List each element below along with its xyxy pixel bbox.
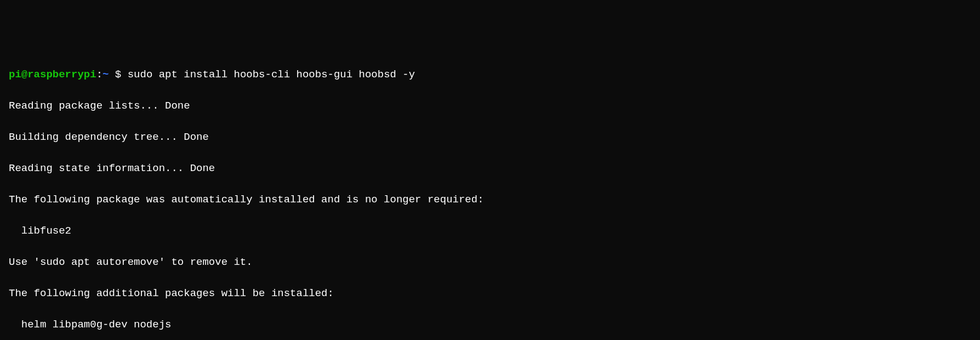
output-line: Reading state information... Done [9,161,971,177]
output-line: Reading package lists... Done [9,98,971,114]
prompt-path: ~ [102,69,109,81]
prompt-separator: : [96,69,102,81]
output-line: Use 'sudo apt autoremove' to remove it. [9,254,971,270]
output-line: The following additional packages will b… [9,286,971,302]
output-line: The following package was automatically … [9,192,971,208]
prompt-user-host: pi@raspberrypi [9,69,96,81]
prompt-line[interactable]: pi@raspberrypi:~ $ sudo apt install hoob… [9,67,971,83]
command-text: sudo apt install hoobs-cli hoobs-gui hoo… [128,69,415,81]
output-line: Building dependency tree... Done [9,129,971,145]
prompt-symbol: $ [109,69,127,81]
output-line: helm libpam0g-dev nodejs [9,317,971,333]
output-line: libfuse2 [9,223,971,239]
